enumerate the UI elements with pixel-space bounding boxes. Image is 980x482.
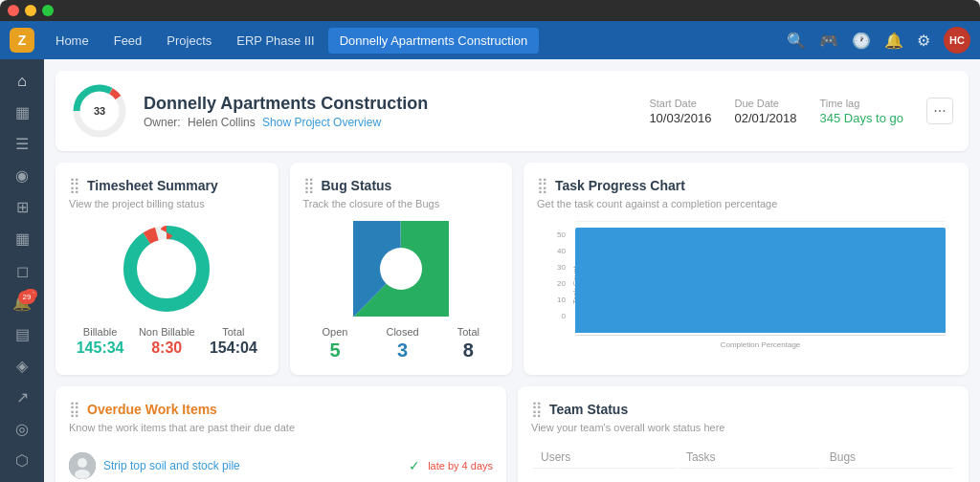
col-tasks: Tasks: [679, 447, 820, 469]
team-title: Team Status: [549, 402, 628, 417]
sidebar-item-chart[interactable]: ▤: [7, 320, 37, 348]
nav-donnelly[interactable]: Donnelly Apartments Construction: [328, 28, 540, 54]
dashboard-row-1: ⣿ Timesheet Summary View the project bil…: [56, 163, 969, 375]
stat-billable: Billable 145:34: [77, 326, 124, 357]
col-bugs: Bugs: [822, 447, 953, 469]
sidebar-item-calendar[interactable]: ▦: [7, 225, 37, 252]
bar-0%: [575, 228, 946, 333]
project-title: Donnelly Apartments Construction: [144, 94, 634, 114]
team-subtitle: View your team's overall work status her…: [531, 422, 955, 433]
nav-erp[interactable]: ERP Phase III: [225, 28, 325, 54]
project-header: 33 Donnelly Apartments Construction Owne…: [56, 71, 969, 151]
bug-open: Open 5: [323, 326, 348, 362]
stat-total: Total 154:04: [210, 326, 257, 357]
team-drag-icon: ⣿: [531, 400, 544, 418]
notification-badge: 29: [24, 289, 37, 300]
overdue-card: ⣿ Overdue Work Items Know the work items…: [56, 386, 506, 482]
project-owner: Owner: Helen Collins Show Project Overvi…: [144, 116, 634, 129]
timesheet-title: Timesheet Summary: [87, 178, 218, 193]
bug-closed: Closed 3: [386, 326, 418, 362]
overdue-drag-icon: ⣿: [69, 400, 81, 418]
search-icon[interactable]: 🔍: [787, 32, 806, 50]
user-avatar[interactable]: HC: [944, 27, 970, 54]
sidebar-item-tasks[interactable]: ☰: [7, 130, 37, 158]
bug-header: ⣿ Bug Status: [303, 176, 500, 194]
navbar: Z Home Feed Projects ERP Phase III Donne…: [0, 21, 980, 59]
notification-icon: 🔔: [12, 294, 32, 312]
main-container: ⌂ ▦ ☰ ◉ ⊞ ▦ ◻ 🔔 29 ▤ ◈ ↗ ◎ ⬡ 33: [0, 59, 980, 482]
bug-title: Bug Status: [322, 178, 392, 193]
overdue-subtitle: Know the work items that are past their …: [69, 422, 493, 433]
nav-home[interactable]: Home: [44, 28, 100, 54]
task-subtitle: Get the task count against a completion …: [537, 198, 955, 209]
sidebar-item-team[interactable]: ◎: [7, 415, 37, 443]
timesheet-card: ⣿ Timesheet Summary View the project bil…: [56, 163, 278, 375]
show-overview-link[interactable]: Show Project Overview: [262, 116, 381, 129]
sidebar-item-files[interactable]: ◻: [7, 256, 37, 284]
overdue-header: ⣿ Overdue Work Items: [69, 400, 493, 418]
sidebar-item-notifications[interactable]: 🔔 29: [7, 289, 37, 317]
sidebar-item-building[interactable]: ⬡: [7, 447, 37, 474]
bug-drag-icon: ⣿: [303, 176, 316, 194]
task-title: Task Progress Chart: [555, 178, 685, 193]
start-date: Start Date 10/03/2016: [649, 98, 711, 125]
clock-icon[interactable]: 🕐: [852, 32, 871, 50]
close-button[interactable]: [8, 5, 19, 16]
col-users: Users: [533, 447, 677, 469]
more-options-button[interactable]: ···: [926, 98, 953, 124]
titlebar: [0, 0, 980, 21]
task-header: ⣿ Task Progress Chart: [537, 176, 955, 194]
timesheet-drag-icon: ⣿: [69, 176, 81, 194]
project-info: Donnelly Apartments Construction Owner: …: [144, 94, 634, 129]
y-axis: 50 40 30 20 10 0: [537, 230, 566, 320]
maximize-button[interactable]: [42, 5, 54, 16]
overdue-check-icon: ✓: [409, 458, 420, 473]
progress-value: 33: [94, 105, 105, 117]
timesheet-chart: [69, 221, 265, 317]
task-chart-area: 50 40 30 20 10 0 Task Count: [537, 221, 955, 349]
sidebar-item-reports[interactable]: ↗: [7, 383, 37, 411]
x-axis-title: Completion Percentage: [575, 340, 946, 349]
bell-icon[interactable]: 🔔: [884, 32, 903, 50]
team-table-header: Users Tasks Bugs: [533, 447, 953, 469]
nav-actions: 🔍 🎮 🕐 🔔 ⚙ HC: [787, 27, 970, 54]
bug-chart: [303, 221, 500, 317]
project-meta: Start Date 10/03/2016 Due Date 02/01/201…: [649, 98, 903, 125]
overdue-avatar: [69, 452, 96, 479]
overdue-task-link[interactable]: Strip top soil and stock pile: [103, 459, 401, 472]
sidebar-item-users[interactable]: ◉: [7, 162, 37, 189]
logo-icon: Z: [18, 33, 27, 48]
svg-point-11: [75, 470, 90, 479]
gamepad-icon[interactable]: 🎮: [819, 32, 838, 50]
gridline-50: [575, 221, 946, 222]
timesheet-stats: Billable 145:34 Non Billable 8:30 Total …: [69, 326, 265, 357]
overdue-item: Strip top soil and stock pile ✓ late by …: [69, 445, 493, 482]
overdue-late-label: late by 4 days: [428, 460, 493, 471]
settings-icon[interactable]: ⚙: [917, 32, 930, 50]
timesheet-header: ⣿ Timesheet Summary: [69, 176, 265, 194]
minimize-button[interactable]: [25, 5, 36, 16]
content-area: 33 Donnelly Apartments Construction Owne…: [44, 59, 980, 482]
bar-chart: [575, 221, 946, 336]
stat-nonbillable: Non Billable 8:30: [139, 326, 195, 357]
sidebar: ⌂ ▦ ☰ ◉ ⊞ ▦ ◻ 🔔 29 ▤ ◈ ↗ ◎ ⬡: [0, 59, 44, 482]
bug-status-card: ⣿ Bug Status Track the closure of the Bu…: [290, 163, 513, 375]
nav-projects[interactable]: Projects: [155, 28, 223, 54]
progress-circle: 33: [71, 82, 128, 140]
team-table: Users Tasks Bugs: [531, 445, 955, 471]
task-drag-icon: ⣿: [537, 176, 549, 194]
bug-subtitle: Track the closure of the Bugs: [303, 198, 500, 209]
overdue-title: Overdue Work Items: [87, 402, 217, 417]
app-logo[interactable]: Z: [10, 28, 34, 53]
nav-feed[interactable]: Feed: [102, 28, 154, 54]
sidebar-item-grid[interactable]: ▦: [7, 99, 37, 126]
sidebar-item-megaphone[interactable]: ◈: [7, 352, 37, 380]
dashboard-row-2: ⣿ Overdue Work Items Know the work items…: [56, 386, 969, 482]
svg-point-4: [130, 232, 203, 305]
task-progress-card: ⣿ Task Progress Chart Get the task count…: [523, 163, 969, 375]
sidebar-item-home[interactable]: ⌂: [7, 67, 37, 95]
due-date: Due Date 02/01/2018: [734, 98, 796, 125]
svg-point-8: [380, 248, 422, 290]
sidebar-item-layers[interactable]: ⊞: [7, 193, 37, 221]
svg-point-10: [78, 458, 87, 468]
